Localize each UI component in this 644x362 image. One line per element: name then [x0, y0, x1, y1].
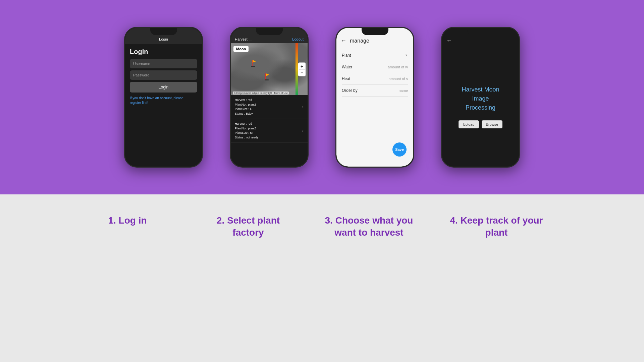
svg-marker-4	[266, 73, 269, 76]
plant-list: Harvest : red PlantNo : plant5 PlantSize…	[231, 95, 308, 167]
login-title: Login	[130, 48, 197, 56]
step-3-label: 3. Choose what you want to harvest	[322, 215, 416, 239]
orderby-value: name	[398, 88, 408, 93]
heat-value: amount of s	[389, 77, 408, 81]
harvest-title: Harvest ...	[235, 37, 252, 41]
map-container[interactable]: Moon	[231, 43, 308, 95]
step-2-container: 2. Select plant factory	[201, 215, 295, 239]
phone-image-processing: ← Harvest Moon Image Processing Upload B…	[441, 27, 520, 168]
svg-marker-1	[253, 60, 256, 63]
heat-label: Heat	[342, 76, 350, 81]
dropdown-arrow-icon: ▼	[405, 54, 408, 57]
logout-button[interactable]: Logout	[292, 37, 304, 41]
step-1-label: 1. Log in	[80, 215, 174, 227]
svg-rect-5	[265, 79, 269, 80]
map-zoom-controls[interactable]: + −	[298, 62, 306, 76]
step-3-container: 3. Choose what you want to harvest	[322, 215, 416, 239]
plant-item-2[interactable]: Harvest : red PlantNo : plant5 PlantSize…	[231, 119, 308, 143]
zoom-out-button[interactable]: −	[299, 69, 305, 75]
map-marker-1	[251, 60, 256, 65]
password-field[interactable]: Password	[130, 70, 197, 80]
chevron-right-icon: ›	[302, 105, 304, 109]
top-section: Login Login Username Password Login If y…	[0, 0, 644, 194]
bottom-section: 1. Log in 2. Select plant factory 3. Cho…	[0, 194, 644, 362]
browse-button[interactable]: Browse	[482, 120, 503, 128]
manage-title: manage	[350, 38, 369, 44]
plant-item-1[interactable]: Harvest : red PlantNo : plant5 PlantSize…	[231, 95, 308, 119]
phone3-header: ← manage	[336, 28, 413, 47]
login-button[interactable]: Login	[130, 82, 197, 93]
heat-row[interactable]: Heat amount of s	[342, 73, 408, 85]
username-field[interactable]: Username	[130, 59, 197, 68]
plant-dropdown[interactable]: ▼	[405, 54, 408, 57]
zoom-in-button[interactable]: +	[299, 63, 305, 69]
chevron-right-icon-2: ›	[302, 128, 304, 133]
register-text: If you don't have an account, please reg…	[130, 96, 197, 105]
register-link[interactable]: register	[130, 101, 141, 105]
svg-rect-3	[265, 73, 266, 80]
phone4-header: ←	[442, 28, 519, 47]
moon-badge: Moon	[233, 46, 249, 52]
step-2-label: 2. Select plant factory	[201, 215, 295, 239]
save-button[interactable]: Save	[392, 142, 407, 157]
svg-rect-2	[251, 66, 255, 67]
water-row[interactable]: Water amount of w	[342, 61, 408, 73]
orderby-label: Order by	[342, 88, 358, 93]
phone4-body: Harvest Moon Image Processing Upload Bro…	[442, 47, 519, 167]
phone-harvest-map: Harvest ... Logout Moon	[230, 27, 309, 168]
water-value: amount of w	[388, 65, 408, 69]
step-4-label: 4. Keep track of your plant	[443, 215, 550, 239]
svg-rect-0	[252, 60, 253, 67]
phone-login: Login Login Username Password Login If y…	[124, 27, 203, 168]
plant-item-2-text: Harvest : red PlantNo : plant5 PlantSize…	[235, 122, 259, 140]
map-credits: G Image may be subject to copyright | Te…	[233, 92, 289, 95]
orderby-row[interactable]: Order by name	[342, 85, 408, 97]
phone1-header: Login	[125, 28, 202, 44]
phone2-header: Harvest ... Logout	[231, 28, 308, 43]
back-arrow-icon[interactable]: ←	[340, 37, 346, 44]
step-4-container: 4. Keep track of your plant	[443, 215, 564, 239]
step-1-container: 1. Log in	[80, 215, 174, 227]
map-marker-2	[264, 73, 270, 79]
file-buttons: Upload Browse	[459, 120, 503, 128]
plant-label: Plant	[342, 53, 351, 58]
plant-row[interactable]: Plant ▼	[342, 50, 408, 61]
water-label: Water	[342, 65, 353, 69]
upload-button[interactable]: Upload	[459, 120, 479, 128]
back-arrow-icon-4[interactable]: ←	[446, 37, 452, 44]
image-processing-title: Harvest Moon Image Processing	[462, 85, 499, 112]
phone-manage: ← manage Plant ▼ Water amount of w	[335, 27, 414, 168]
plant-item-1-text: Harvest : red PlantNo : plant5 PlantSize…	[235, 98, 256, 116]
